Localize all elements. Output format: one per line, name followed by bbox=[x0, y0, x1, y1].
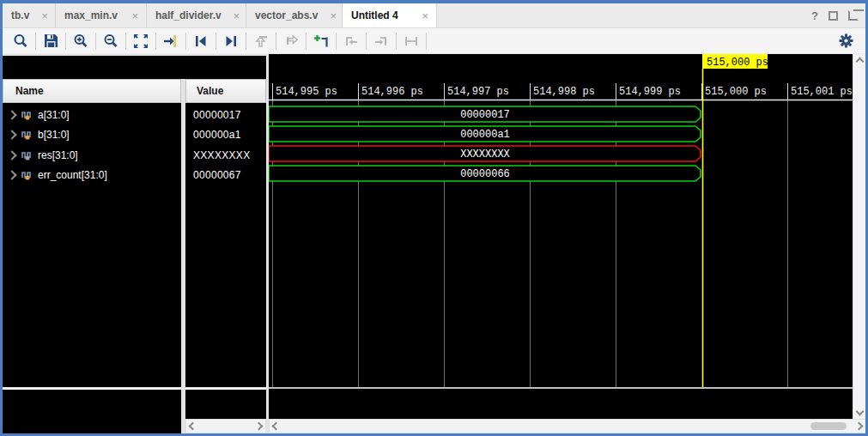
swap-cursors-icon[interactable] bbox=[400, 31, 422, 51]
signal-row-a[interactable]: a[31:0] bbox=[3, 105, 181, 124]
close-icon[interactable]: × bbox=[234, 9, 240, 22]
column-header-name[interactable]: Name bbox=[3, 79, 181, 103]
tick-label: 514,997 ps bbox=[447, 86, 509, 98]
zoom-fit-icon[interactable] bbox=[130, 31, 152, 51]
tab-label: half_divider.v bbox=[155, 9, 222, 21]
signal-value: 000000a1 bbox=[193, 129, 241, 141]
signal-value: XXXXXXXX bbox=[193, 149, 250, 161]
expand-chevron-icon[interactable] bbox=[7, 150, 16, 160]
scroll-left-icon[interactable] bbox=[189, 422, 197, 431]
tab-label: vector_abs.v bbox=[255, 9, 318, 21]
bus-icon bbox=[21, 150, 33, 160]
tab-label: tb.v bbox=[11, 9, 29, 21]
signal-name: err_count[31:0] bbox=[38, 169, 107, 181]
cursor-time-label: 515,000 ps bbox=[707, 57, 768, 69]
scrollbar-thumb[interactable] bbox=[810, 422, 847, 430]
settings-gear-icon[interactable] bbox=[835, 31, 857, 51]
wave-horizontal-scrollbar[interactable] bbox=[269, 419, 866, 433]
signal-name-list: a[31:0] b[31:0] res[31:0] err_count[31:0… bbox=[3, 103, 181, 387]
bus-value-label: 000000a1 bbox=[460, 129, 510, 141]
signal-panel-top-strip bbox=[3, 56, 266, 79]
application-window: tb.v × max_min.v × half_divider.v × vect… bbox=[0, 0, 868, 436]
signal-row-b[interactable]: b[31:0] bbox=[3, 124, 181, 144]
find-icon[interactable] bbox=[9, 31, 32, 51]
tab-half-divider-v[interactable]: half_divider.v × bbox=[147, 3, 246, 27]
go-to-time-icon[interactable] bbox=[160, 31, 182, 51]
tab-label: Untitled 4 bbox=[351, 9, 398, 21]
bus-icon bbox=[21, 110, 33, 120]
time-axis: 514,995 ps 514,996 ps 514,997 ps 514,998… bbox=[269, 83, 853, 100]
signal-value-row[interactable]: XXXXXXXX bbox=[185, 145, 266, 165]
tick-label: 514,996 ps bbox=[361, 86, 423, 98]
signal-value: 00000067 bbox=[193, 169, 241, 181]
zoom-in-icon[interactable] bbox=[70, 31, 92, 51]
scroll-down-icon[interactable] bbox=[856, 408, 865, 416]
column-header-value[interactable]: Value bbox=[185, 79, 266, 103]
tick-label: 514,998 ps bbox=[533, 86, 595, 98]
waveform-canvas[interactable]: 514,995 ps 514,996 ps 514,997 ps 514,998… bbox=[269, 54, 853, 419]
tab-untitled-4-active[interactable]: Untitled 4 × bbox=[343, 3, 437, 27]
waveform-toolbar bbox=[3, 27, 865, 53]
signal-row-res[interactable]: res[31:0] bbox=[3, 145, 181, 165]
previous-marker-icon[interactable] bbox=[250, 31, 272, 51]
waveform-viewer-body: Name Value a[31:0] b[31:0] res[31:0] bbox=[3, 54, 865, 433]
close-icon[interactable]: × bbox=[422, 9, 428, 22]
tab-max-min-v[interactable]: max_min.v × bbox=[56, 3, 147, 27]
wave-vertical-scrollbar[interactable] bbox=[853, 54, 866, 419]
signal-value-list-footer bbox=[185, 388, 266, 419]
tick-label: 514,999 ps bbox=[619, 86, 681, 98]
signal-value-row[interactable]: 00000067 bbox=[185, 165, 266, 185]
window-controls: ? bbox=[811, 3, 865, 27]
scroll-right-icon[interactable] bbox=[255, 422, 264, 431]
next-transition-icon[interactable] bbox=[220, 31, 242, 51]
close-icon[interactable]: × bbox=[41, 9, 48, 22]
scroll-left-icon[interactable] bbox=[272, 422, 281, 431]
signal-value-row[interactable]: 000000a1 bbox=[185, 124, 266, 144]
value-horizontal-scrollbar[interactable] bbox=[185, 419, 266, 433]
expand-chevron-icon[interactable] bbox=[7, 170, 16, 179]
cursor-time-flag[interactable]: 515,000 ps bbox=[702, 54, 768, 69]
bus-value-label: 00000017 bbox=[460, 109, 510, 121]
next-marker-icon[interactable] bbox=[280, 31, 302, 51]
name-column-label: Name bbox=[15, 85, 44, 97]
signal-name-list-footer bbox=[3, 388, 181, 433]
bus-value-label: XXXXXXXX bbox=[460, 148, 510, 160]
help-icon[interactable]: ? bbox=[811, 9, 818, 22]
tab-bar: tb.v × max_min.v × half_divider.v × vect… bbox=[3, 3, 865, 27]
float-window-icon[interactable] bbox=[848, 10, 859, 21]
expand-chevron-icon[interactable] bbox=[7, 130, 16, 139]
signal-name: a[31:0] bbox=[38, 109, 70, 121]
save-icon[interactable] bbox=[39, 31, 62, 51]
tab-label: max_min.v bbox=[64, 9, 118, 21]
tick-label: 515,001 ps bbox=[791, 86, 853, 98]
signal-value-row[interactable]: 00000017 bbox=[185, 105, 266, 124]
signal-name: res[31:0] bbox=[38, 149, 78, 161]
previous-transition-icon[interactable] bbox=[190, 31, 212, 51]
value-column-label: Value bbox=[197, 85, 223, 97]
expand-chevron-icon[interactable] bbox=[7, 110, 16, 119]
close-icon[interactable]: × bbox=[131, 9, 138, 22]
signal-name: b[31:0] bbox=[38, 129, 70, 141]
tab-tb-v[interactable]: tb.v × bbox=[3, 3, 56, 27]
add-marker-icon[interactable] bbox=[310, 31, 332, 51]
close-icon[interactable]: × bbox=[330, 9, 337, 22]
wave-gridlines bbox=[273, 100, 788, 387]
scroll-up-icon[interactable] bbox=[856, 58, 865, 66]
signal-value-list: 00000017 000000a1 XXXXXXXX 00000067 bbox=[185, 103, 266, 387]
bus-value-label: 00000066 bbox=[460, 168, 510, 180]
tab-vector-abs-v[interactable]: vector_abs.v × bbox=[246, 3, 343, 27]
signal-row-err-count[interactable]: err_count[31:0] bbox=[3, 165, 181, 185]
signal-value: 00000017 bbox=[193, 109, 241, 121]
maximize-icon[interactable] bbox=[829, 11, 838, 21]
tick-label: 514,995 ps bbox=[276, 86, 337, 98]
bus-icon bbox=[21, 130, 33, 140]
zoom-out-icon[interactable] bbox=[100, 31, 122, 51]
marker-to-next-icon[interactable] bbox=[370, 31, 392, 51]
marker-to-previous-icon[interactable] bbox=[340, 31, 362, 51]
tick-label: 515,000 ps bbox=[705, 86, 767, 98]
scroll-right-icon[interactable] bbox=[855, 422, 864, 431]
bus-icon bbox=[21, 170, 33, 180]
